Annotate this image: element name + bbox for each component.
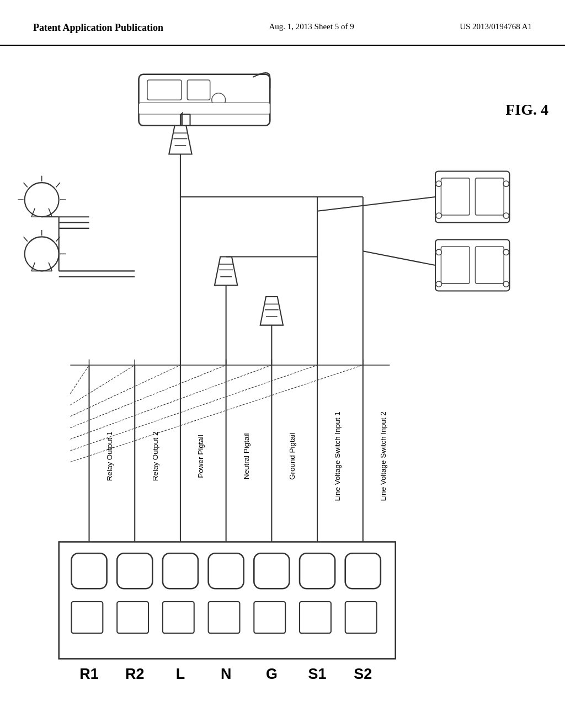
terminal-n: N [221, 666, 231, 682]
svg-rect-13 [300, 602, 331, 633]
svg-rect-76 [441, 247, 470, 283]
svg-rect-5 [254, 553, 289, 588]
svg-line-101 [70, 365, 226, 428]
svg-point-80 [503, 249, 509, 255]
svg-line-83 [363, 251, 435, 265]
svg-rect-38 [138, 103, 270, 114]
svg-rect-2 [117, 553, 152, 588]
svg-rect-4 [209, 553, 244, 588]
svg-line-98 [70, 365, 89, 394]
svg-rect-9 [117, 602, 148, 633]
svg-point-59 [25, 237, 59, 271]
svg-marker-22 [169, 126, 191, 154]
svg-line-55 [24, 183, 28, 187]
terminal-s2: S2 [354, 666, 372, 682]
svg-rect-69 [441, 178, 470, 215]
svg-rect-70 [475, 178, 504, 215]
svg-line-103 [70, 365, 317, 451]
svg-rect-36 [187, 80, 210, 100]
label-relay-output-2: Relay Output 2 [151, 432, 159, 481]
svg-rect-3 [163, 553, 198, 588]
label-neutral-pigtail: Neutral Pigtail [242, 433, 250, 480]
svg-line-99 [70, 365, 135, 405]
svg-rect-10 [163, 602, 194, 633]
svg-line-102 [70, 365, 271, 439]
svg-point-79 [436, 281, 441, 287]
label-switch-input-1: Line Voltage Switch Input 1 [333, 411, 342, 501]
svg-point-72 [436, 213, 441, 218]
main-content: FIG. 4 R1 R2 L N G S1 S2 [0, 46, 565, 719]
terminal-g: G [266, 666, 278, 682]
terminal-r1: R1 [79, 666, 98, 682]
svg-line-54 [56, 183, 60, 187]
svg-rect-6 [300, 553, 335, 588]
svg-point-81 [503, 281, 509, 287]
svg-point-71 [436, 181, 441, 186]
svg-rect-77 [475, 247, 504, 283]
sheet-info: Aug. 1, 2013 Sheet 5 of 9 [269, 22, 354, 31]
svg-point-74 [503, 213, 509, 218]
wiring-diagram: R1 R2 L N G S1 S2 [0, 46, 565, 719]
svg-rect-12 [254, 602, 285, 633]
label-ground-pigtail: Ground Pigtail [288, 433, 296, 480]
svg-marker-30 [260, 297, 283, 325]
label-power-pigtail: Power Pigtail [196, 435, 205, 478]
svg-point-49 [25, 183, 59, 217]
terminal-s1: S1 [308, 666, 327, 682]
svg-rect-35 [147, 80, 182, 100]
svg-rect-1 [71, 553, 106, 588]
terminal-l: L [176, 666, 185, 682]
patent-number: US 2013/0194768 A1 [460, 22, 532, 31]
label-relay-output-1: Relay Output 1 [105, 432, 114, 481]
label-switch-input-2: Line Voltage Switch Input 2 [379, 411, 387, 501]
svg-line-82 [317, 197, 435, 211]
svg-rect-7 [345, 553, 381, 588]
svg-point-78 [436, 249, 441, 255]
svg-marker-26 [215, 257, 237, 286]
svg-rect-14 [345, 602, 377, 633]
svg-point-73 [503, 181, 509, 186]
terminal-r2: R2 [125, 666, 144, 682]
svg-line-65 [24, 237, 28, 241]
svg-line-104 [70, 365, 363, 462]
svg-rect-11 [209, 602, 240, 633]
svg-rect-8 [71, 602, 103, 633]
page-header: Patent Application Publication Aug. 1, 2… [0, 0, 565, 46]
svg-line-100 [70, 365, 180, 416]
publication-title: Patent Application Publication [33, 22, 163, 34]
